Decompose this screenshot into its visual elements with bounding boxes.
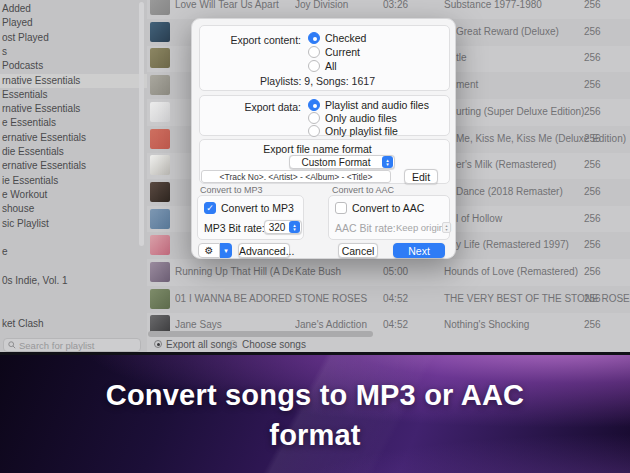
playlists-songs-summary: Playlists: 9, Songs: 1617 (192, 75, 443, 87)
aac-checkbox[interactable] (335, 202, 347, 214)
search-icon (8, 341, 16, 349)
sidebar-playlist-item[interactable]: shouse (0, 202, 147, 216)
popup-stepper-icon: ▴▾ (382, 156, 393, 168)
song-time: 04:52 (383, 319, 408, 330)
song-time: 04:52 (383, 293, 408, 304)
playlist-search-field[interactable] (3, 338, 141, 352)
song-album: er's Milk (Remastered) (444, 159, 589, 170)
search-input[interactable] (19, 340, 129, 351)
sidebar-playlist-item[interactable]: die Essentials (0, 145, 147, 159)
album-art-thumbnail (150, 102, 170, 122)
album-art-thumbnail (150, 129, 170, 149)
mp3-bitrate-label: MP3 Bit rate: (204, 222, 265, 234)
mp3-bitrate-select[interactable]: 320 ▴▾ (264, 220, 302, 234)
sidebar-playlist-item[interactable] (0, 288, 147, 302)
radio-checked-circle[interactable] (308, 32, 320, 44)
radio-checked[interactable]: Checked (308, 32, 366, 44)
sidebar-playlist-item[interactable]: ernative Essentials (0, 131, 147, 145)
song-album: Me, Kiss Me, Kiss Me (Deluxe Edition) (444, 133, 589, 144)
song-album: Nothing's Shocking (444, 319, 589, 330)
sidebar-playlist-item[interactable]: ernative Essentials (0, 159, 147, 173)
mp3-checkbox[interactable]: ✓ (204, 202, 216, 214)
song-time: 05:00 (383, 266, 408, 277)
screenshot-root: AddedPlayedost PlayedsPodcastsrnative Es… (0, 0, 630, 473)
sidebar-playlist-item[interactable]: Essentials (0, 88, 147, 102)
sidebar-playlist-item[interactable] (0, 259, 147, 273)
choose-songs-radio[interactable] (229, 340, 237, 348)
album-art-thumbnail (150, 22, 170, 42)
radio-playlist-audio-circle[interactable] (308, 99, 320, 111)
filename-pattern-field[interactable]: <Track No>. <Artist> - <Album> - <Title> (201, 170, 391, 183)
song-row[interactable]: Love Will Tear Us Apart Joy Division 03:… (147, 0, 630, 19)
song-album: THE VERY BEST OF THE STONE ROSES (444, 293, 589, 304)
export-all-radio[interactable] (154, 340, 162, 348)
song-bitrate: 256 (584, 319, 601, 330)
action-gear-button[interactable]: ⚙ (198, 243, 220, 258)
mp3-group-label: Convert to MP3 (200, 185, 263, 195)
song-album: urting (Super Deluxe Edition) (444, 106, 589, 117)
song-album: Substance 1977-1980 (444, 0, 589, 10)
sidebar-playlist-item[interactable]: 0s Indie, Vol. 1 (0, 274, 147, 288)
sidebar-playlist-item[interactable]: ket Clash (0, 317, 147, 331)
radio-current[interactable]: Current (308, 46, 360, 58)
radio-all[interactable]: All (308, 60, 337, 72)
song-album: ment (444, 79, 589, 90)
sidebar-playlist-item[interactable] (0, 231, 147, 245)
convert-mp3-checkbox-row[interactable]: ✓ Convert to MP3 (204, 202, 294, 214)
popup-stepper-icon: ▴▾ (289, 221, 300, 233)
song-bitrate: 256 (584, 159, 601, 170)
album-art-thumbnail (150, 48, 170, 68)
sidebar-playlist-item[interactable]: ost Played (0, 31, 147, 45)
radio-only-audio-circle[interactable] (308, 112, 320, 124)
next-button[interactable]: Next (393, 243, 445, 258)
sidebar-playlist-item[interactable]: sic Playlist (0, 217, 147, 231)
sidebar-playlist-item[interactable]: e Workout (0, 188, 147, 202)
album-art-thumbnail (150, 262, 170, 282)
export-content-label: Export content: (200, 34, 301, 46)
sidebar-scrollbar[interactable] (139, 2, 144, 246)
promo-banner: Convert songs to MP3 or AAC format (0, 352, 630, 473)
sidebar-playlist-item[interactable]: Played (0, 16, 147, 30)
song-row[interactable]: 01 I WANNA BE ADORED STONE ROSES 04:52 T… (147, 286, 630, 313)
advanced-button[interactable]: Advanced... (238, 243, 290, 258)
song-title: 01 I WANNA BE ADORED (175, 293, 293, 304)
export-all-label: Export all songs (166, 339, 237, 350)
sidebar-playlist-item[interactable]: s (0, 45, 147, 59)
radio-current-circle[interactable] (308, 46, 320, 58)
gear-chevron-button[interactable]: ▾ (220, 243, 232, 258)
cancel-button[interactable]: Cancel (338, 243, 378, 258)
radio-only-playlist-circle[interactable] (308, 125, 320, 137)
song-bitrate: 256 (584, 52, 601, 63)
sidebar-playlist-item[interactable]: ie Essentials (0, 174, 147, 188)
song-album: Dance (2018 Remaster) (444, 186, 589, 197)
album-art-thumbnail (150, 182, 170, 202)
choose-songs-label: Choose songs (242, 339, 306, 350)
song-bitrate: 256 (584, 26, 601, 37)
sidebar-playlist-item[interactable]: Added (0, 2, 147, 16)
sidebar-playlist-item[interactable]: e (0, 245, 147, 259)
song-bitrate: 256 (584, 293, 601, 304)
sidebar-playlist-item[interactable]: Podcasts (0, 59, 147, 73)
album-art-thumbnail (150, 155, 170, 175)
album-art-thumbnail (150, 209, 170, 229)
song-album: Hounds of Love (Remastered) (444, 266, 589, 277)
radio-only-audio[interactable]: Only audio files (308, 112, 397, 124)
sidebar-playlist-item[interactable]: e Essentials (0, 116, 147, 130)
song-row[interactable]: Running Up That Hill (A Deal... Kate Bus… (147, 259, 630, 286)
radio-all-circle[interactable] (308, 60, 320, 72)
radio-only-playlist[interactable]: Only playlist file (308, 125, 398, 137)
radio-playlist-audio[interactable]: Playlist and audio files (308, 99, 429, 111)
sidebar-playlist-item[interactable] (0, 302, 147, 316)
convert-aac-checkbox-row[interactable]: Convert to AAC (335, 202, 424, 214)
edit-button[interactable]: Edit (404, 169, 438, 184)
sidebar-playlist-item[interactable]: rnative Essentials (0, 102, 147, 116)
export-mode-bar: Export all songs Choose songs (147, 337, 630, 352)
song-album: Great Reward (Deluxe) (444, 26, 589, 37)
format-select[interactable]: Custom Format ▴▾ (289, 155, 395, 169)
sidebar-playlist-item[interactable]: rnative Essentials (0, 74, 147, 88)
song-artist: Joy Division (295, 0, 381, 10)
song-artist: Jane's Addiction (295, 319, 381, 330)
song-bitrate: 256 (584, 266, 601, 277)
banner-headline: Convert songs to MP3 or AAC format (0, 375, 630, 455)
filename-format-title: Export file name format (192, 143, 443, 155)
